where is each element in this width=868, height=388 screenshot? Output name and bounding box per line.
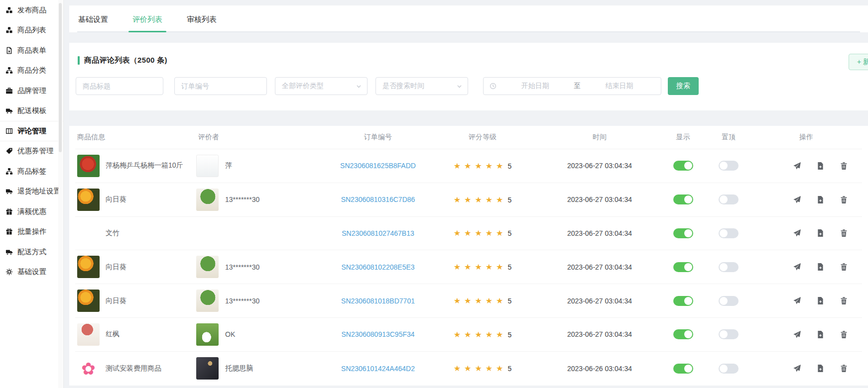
star-rating: ★★★★★ — [454, 229, 507, 237]
review-time: 2023-06-27 03:04:34 — [540, 162, 659, 170]
top-toggle[interactable] — [719, 161, 739, 171]
product-title-input[interactable] — [76, 77, 163, 95]
sidebar-item-delivery-template[interactable]: 配送模板 — [0, 101, 63, 121]
sidebar-item-publish-product[interactable]: 发布商品 — [0, 0, 63, 20]
delete-icon[interactable] — [840, 296, 848, 305]
sidebar-item-label: 商品标签 — [17, 167, 46, 176]
sidebar-item-batch-operation[interactable]: 批量操作 — [0, 222, 63, 242]
sidebar-item-basic-settings[interactable]: 基础设置 — [0, 262, 63, 283]
product-name: 向日葵 — [106, 263, 126, 272]
sidebar-item-delivery-method[interactable]: 配送方式 — [0, 242, 63, 262]
reviewer-name: 萍 — [225, 161, 232, 170]
show-toggle[interactable] — [673, 329, 693, 339]
order-link[interactable]: SN2306080913C95F34 — [341, 330, 414, 338]
col-header-order: 订单编号 — [331, 133, 425, 142]
tab-review-list[interactable]: 评价列表 — [131, 15, 163, 31]
send-icon[interactable] — [793, 296, 801, 305]
file-add-icon[interactable] — [816, 330, 825, 339]
order-link[interactable]: SN2306081018BD7701 — [341, 297, 415, 305]
order-link[interactable]: SN230608102208E5E3 — [341, 263, 414, 271]
product-image — [77, 323, 100, 346]
top-toggle[interactable] — [719, 228, 739, 238]
star-rating: ★★★★★ — [454, 330, 507, 339]
show-toggle[interactable] — [673, 296, 693, 306]
show-toggle[interactable] — [673, 194, 693, 204]
file-add-icon[interactable] — [816, 229, 825, 237]
order-link[interactable]: SN2306081625B8FADD — [340, 162, 416, 170]
product-name: 文竹 — [106, 229, 120, 238]
tab-audit-list[interactable]: 审核列表 — [186, 15, 218, 31]
add-new-button[interactable]: + 新 — [849, 54, 868, 70]
sidebar-item-product-tag[interactable]: 商品标签 — [0, 161, 63, 182]
order-link[interactable]: SN2306081027467B13 — [342, 229, 414, 237]
sidebar-item-return-address[interactable]: 退货地址设置 — [0, 182, 63, 202]
file-add-icon[interactable] — [816, 162, 825, 170]
category-tree-icon — [5, 67, 13, 74]
show-toggle[interactable] — [673, 228, 693, 238]
send-icon[interactable] — [793, 229, 801, 237]
review-time: 2023-06-26 03:04:34 — [540, 365, 659, 373]
product-image — [77, 256, 100, 278]
order-no-input[interactable] — [174, 77, 267, 95]
start-date-field[interactable]: 开始日期 — [499, 82, 571, 91]
sidebar-item-label: 商品分类 — [17, 66, 46, 75]
order-link[interactable]: SN2306101424A464D2 — [341, 365, 415, 373]
cubes-icon — [5, 26, 13, 34]
send-icon[interactable] — [793, 195, 801, 204]
top-toggle[interactable] — [719, 296, 739, 306]
sidebar-item-full-discount[interactable]: 满额优惠 — [0, 201, 63, 222]
show-toggle[interactable] — [673, 161, 693, 171]
send-icon[interactable] — [793, 364, 801, 373]
file-add-icon[interactable] — [816, 364, 825, 373]
rating-value: 5 — [507, 229, 511, 237]
sidebar-item-label: 商品表单 — [17, 46, 46, 55]
sidebar-item-product-category[interactable]: 商品分类 — [0, 61, 63, 81]
col-header-rating: 评分等级 — [425, 133, 540, 142]
show-toggle[interactable] — [673, 262, 693, 272]
delete-icon[interactable] — [840, 330, 848, 339]
rating-value: 5 — [507, 196, 511, 204]
date-range-picker[interactable]: 开始日期 至 结束日期 — [483, 77, 661, 95]
file-add-icon[interactable] — [816, 296, 825, 305]
top-toggle[interactable] — [719, 262, 739, 272]
top-toggle[interactable] — [719, 329, 739, 339]
sidebar-item-comment-management[interactable]: 评论管理 — [0, 121, 63, 141]
add-new-button-label: + 新 — [857, 58, 868, 67]
sidebar-scrollbar[interactable] — [58, 0, 63, 388]
delete-icon[interactable] — [840, 364, 848, 373]
panel-title: 商品评论列表（2500 条) — [78, 56, 167, 65]
reviewer-name: 13*******30 — [225, 297, 259, 305]
title-accent-bar — [78, 56, 80, 65]
col-header-reviewer: 评价者 — [196, 133, 331, 142]
col-header-top: 置顶 — [707, 133, 750, 142]
delete-icon[interactable] — [840, 195, 848, 204]
sidebar-item-label: 优惠券管理 — [17, 146, 54, 156]
sidebar-item-label: 品牌管理 — [17, 86, 46, 96]
sidebar-scrollbar-thumb[interactable] — [59, 3, 62, 152]
top-toggle[interactable] — [719, 364, 739, 374]
end-date-field[interactable]: 结束日期 — [584, 82, 655, 91]
order-link[interactable]: SN23060810316C7D86 — [341, 195, 415, 203]
sidebar-item-coupon-management[interactable]: 优惠券管理 — [0, 141, 63, 162]
sidebar-item-product-list[interactable]: 商品列表 — [0, 20, 63, 41]
col-header-show: 显示 — [659, 133, 707, 142]
search-time-select[interactable]: 是否搜索时间 — [375, 77, 468, 95]
file-add-icon[interactable] — [816, 263, 825, 271]
send-icon[interactable] — [793, 263, 801, 271]
delete-icon[interactable] — [840, 263, 848, 271]
review-type-select[interactable]: 全部评价类型 — [275, 77, 368, 95]
file-add-icon[interactable] — [816, 195, 825, 204]
show-toggle[interactable] — [673, 364, 693, 374]
top-toggle[interactable] — [719, 194, 739, 204]
filter-row: 全部评价类型 是否搜索时间 开始日期 至 结束日期 搜索 — [76, 77, 699, 95]
tab-basic-settings[interactable]: 基础设置 — [77, 15, 109, 31]
sidebar-item-product-form[interactable]: 商品表单 — [0, 40, 63, 61]
send-icon[interactable] — [793, 162, 801, 170]
send-icon[interactable] — [793, 330, 801, 339]
search-button[interactable]: 搜索 — [668, 77, 699, 95]
delete-icon[interactable] — [840, 229, 848, 237]
sidebar-item-brand-management[interactable]: 品牌管理 — [0, 81, 63, 101]
delete-icon[interactable] — [840, 162, 848, 170]
table-row: 向日葵 13*******30 SN2306081018BD7701 ★★★★★… — [75, 284, 862, 318]
cubes-icon — [5, 6, 13, 14]
